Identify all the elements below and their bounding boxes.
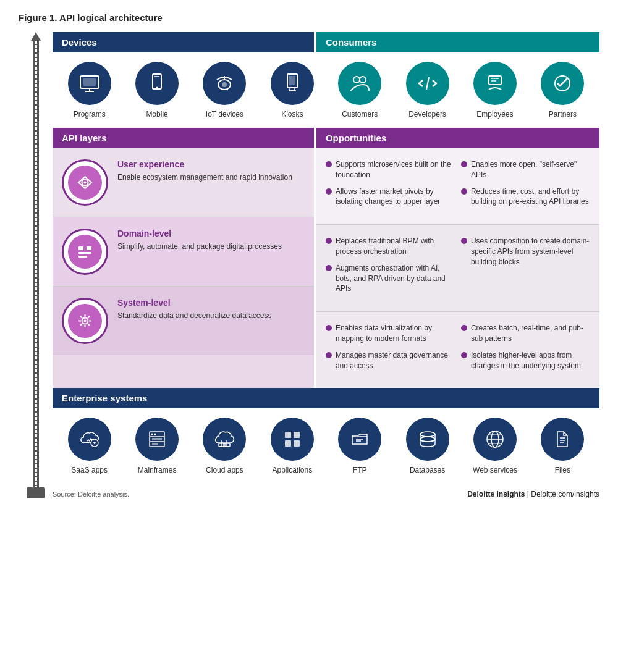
- footer-row: Source: Deloitte analysis. Deloitte Insi…: [53, 490, 599, 498]
- webservices-circle: [473, 418, 517, 461]
- opp-text-1: Supports microservices built on the foun…: [336, 159, 455, 180]
- layer-domain: Domain-level Simplify, automate, and pac…: [53, 217, 314, 287]
- opp-col-domain-left: Replaces traditional BPM with process or…: [323, 236, 458, 300]
- svg-rect-57: [285, 440, 291, 447]
- employees-label: Employees: [476, 110, 513, 119]
- icon-ftp: FTP: [329, 418, 391, 474]
- api-layers-header: API layers: [53, 128, 314, 148]
- saas-circle: [68, 418, 111, 461]
- ux-icon-wrapper: [59, 159, 111, 206]
- programs-circle: [68, 62, 111, 105]
- opp-col-ux-left: Supports microservices built on the foun…: [323, 159, 458, 213]
- applications-label: Applications: [272, 466, 312, 474]
- bullet-icon: [461, 325, 467, 331]
- bullet-icon: [461, 188, 467, 195]
- consumers-header: Consumers: [316, 32, 599, 52]
- opp-item-11: Isolates higher-level apps from changes …: [461, 350, 590, 371]
- partners-label: Partners: [549, 110, 577, 119]
- svg-rect-26: [87, 246, 91, 250]
- main-container: Devices Consumers: [19, 32, 599, 498]
- svg-point-16: [353, 77, 360, 83]
- eye-icon: [74, 172, 96, 193]
- system-icon-inner: [68, 304, 102, 338]
- developers-label: Developers: [408, 110, 446, 119]
- ux-icon-outer: [62, 159, 108, 206]
- opp-item-2: Allows faster market pivots by isolating…: [326, 187, 455, 208]
- bullet-icon: [461, 352, 467, 358]
- ux-icon-inner: [68, 166, 102, 200]
- domain-icon-wrapper: [59, 229, 111, 275]
- mainframes-icon: [145, 427, 169, 452]
- applications-icon: [280, 427, 305, 452]
- content-column: Devices Consumers: [53, 32, 599, 498]
- opp-text-10: Creates batch, real-time, and pub-sub pa…: [471, 323, 590, 344]
- ux-text: User experience Enable ecosystem managem…: [111, 159, 308, 183]
- system-text: System-level Standardize data and decent…: [111, 298, 308, 321]
- opp-item-1: Supports microservices built on the foun…: [326, 159, 455, 180]
- system-icon-wrapper: [59, 298, 111, 344]
- opp-item-7: Uses composition to create domain-specif…: [461, 236, 590, 267]
- footer-brand-url: | Deloitte.com/insights: [527, 490, 599, 498]
- top-headers: Devices Consumers: [53, 32, 599, 52]
- footer-brand: Deloitte Insights | Deloitte.com/insight…: [467, 490, 599, 498]
- opp-text-4: Reduces time, cost, and effort by buildi…: [471, 187, 590, 208]
- svg-point-47: [154, 434, 156, 435]
- svg-point-8: [222, 82, 227, 87]
- middle-section: API layers: [53, 128, 599, 388]
- iot-icon: [212, 71, 237, 96]
- icon-developers: Developers: [397, 62, 459, 119]
- domain-name: Domain-level: [117, 229, 308, 238]
- pillar-shaft: [33, 41, 39, 487]
- svg-rect-27: [78, 252, 91, 254]
- iot-label: IoT devices: [206, 110, 243, 119]
- gear-icon: [74, 310, 96, 332]
- svg-rect-48: [152, 438, 162, 440]
- mobile-circle: [135, 62, 179, 105]
- icon-kiosks: Kiosks: [261, 62, 323, 119]
- programs-label: Programs: [74, 110, 106, 119]
- svg-point-30: [84, 320, 87, 322]
- svg-point-24: [84, 182, 87, 184]
- footer-brand-bold: Deloitte Insights: [467, 490, 525, 498]
- bullet-icon: [326, 238, 332, 244]
- files-circle: [541, 418, 584, 461]
- layer-user-experience: User experience Enable ecosystem managem…: [53, 148, 314, 217]
- svg-rect-28: [78, 256, 87, 258]
- svg-line-35: [80, 316, 82, 318]
- icon-partners: Partners: [531, 62, 593, 119]
- svg-line-18: [426, 77, 429, 90]
- opp-row-ux: Supports microservices built on the foun…: [316, 148, 599, 225]
- kiosks-label: Kiosks: [281, 110, 303, 119]
- system-icon-outer: [62, 298, 108, 344]
- databases-icon: [415, 427, 440, 452]
- page-wrapper: Figure 1. API logical architecture Devic…: [0, 0, 618, 511]
- opp-text-2: Allows faster market pivots by isolating…: [336, 187, 455, 208]
- icon-customers: Customers: [329, 62, 391, 119]
- domain-icon-outer: [62, 229, 108, 275]
- icon-saas: SaaS apps: [59, 418, 121, 474]
- kiosks-icon: [280, 71, 305, 96]
- ftp-circle: [338, 418, 381, 461]
- domain-icon-inner: [68, 235, 102, 269]
- ftp-label: FTP: [353, 466, 367, 474]
- mobile-icon: [145, 71, 169, 96]
- saas-icon: [77, 427, 102, 452]
- opportunities-col: Opportunities Supports microservices bui…: [316, 128, 599, 388]
- opp-text-3: Enables more open, "self-serve" APIs: [471, 159, 590, 180]
- opp-row-domain: Replaces traditional BPM with process or…: [316, 225, 599, 312]
- opp-text-11: Isolates higher-level apps from changes …: [471, 350, 590, 371]
- employees-circle: [473, 62, 517, 105]
- opp-col-system-right: Creates batch, real-time, and pub-sub pa…: [458, 323, 593, 377]
- footer-source: Source: Deloitte analysis.: [53, 490, 129, 498]
- kiosks-circle: [271, 62, 314, 105]
- ftp-icon: [347, 427, 372, 452]
- opp-item-4: Reduces time, cost, and effort by buildi…: [461, 187, 590, 208]
- svg-rect-25: [78, 246, 83, 250]
- system-desc: Standardize data and decentralize data a…: [117, 311, 308, 321]
- icon-employees: Employees: [464, 62, 526, 119]
- top-section: Devices Consumers: [53, 32, 599, 128]
- icon-webservices: Web services: [464, 418, 526, 474]
- domain-text: Domain-level Simplify, automate, and pac…: [111, 229, 308, 252]
- svg-rect-49: [152, 443, 158, 445]
- svg-line-36: [88, 324, 90, 326]
